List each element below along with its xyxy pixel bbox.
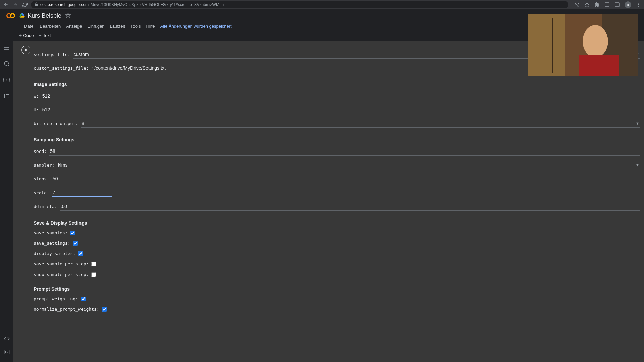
h-input[interactable] (42, 106, 640, 114)
ddim-eta-input[interactable] (60, 202, 640, 211)
toc-icon[interactable] (3, 44, 10, 51)
back-button[interactable] (3, 1, 9, 8)
save-sample-per-step-label: save_sample_per_step: (34, 261, 89, 266)
url-host: colab.research.google.com (40, 2, 89, 7)
bit-depth-label: bit_depth_output: (34, 121, 78, 126)
search-icon[interactable] (3, 60, 10, 67)
show-sample-per-step-label: show_sample_per_step: (34, 272, 89, 277)
seed-input[interactable] (49, 147, 640, 156)
h-label: H: (34, 107, 39, 112)
svg-point-11 (4, 61, 8, 65)
svg-line-12 (8, 65, 9, 66)
w-input[interactable] (42, 92, 640, 100)
sampler-label: sampler: (34, 163, 55, 168)
scale-input[interactable] (52, 188, 112, 197)
prompt-settings-header: Prompt Settings (34, 286, 640, 292)
save-sample-per-step-checkbox[interactable] (91, 262, 96, 266)
extensions-icon[interactable] (594, 2, 600, 7)
kebab-icon[interactable] (636, 2, 641, 7)
notebook-content[interactable]: settings_file: custom ▼ custom_settings_… (13, 41, 644, 362)
files-icon[interactable] (3, 93, 10, 99)
sidepanel-icon[interactable] (614, 2, 620, 7)
star-icon[interactable] (65, 13, 71, 19)
drive-icon (19, 13, 25, 19)
save-samples-label: save_samples: (34, 230, 68, 235)
profile-avatar[interactable]: a (625, 1, 631, 8)
menu-laufzeit[interactable]: Laufzeit (110, 24, 125, 29)
menu-bearbeiten[interactable]: Bearbeiten (40, 24, 61, 29)
svg-rect-1 (615, 3, 619, 7)
sampling-settings-header: Sampling Settings (34, 137, 640, 142)
save-samples-checkbox[interactable] (70, 231, 75, 235)
menu-datei[interactable]: Datei (24, 24, 34, 29)
svg-rect-19 (579, 55, 619, 76)
bit-depth-select[interactable]: 8 ▼ (81, 119, 640, 128)
normalize-prompt-weights-checkbox[interactable] (102, 307, 107, 312)
svg-point-4 (638, 4, 639, 5)
svg-point-3 (638, 3, 639, 4)
svg-rect-20 (552, 18, 553, 73)
steps-input[interactable] (52, 175, 640, 183)
custom-settings-file-label: custom_settings_file: (34, 66, 89, 71)
display-samples-label: display_samples: (34, 251, 75, 256)
run-cell-button[interactable] (21, 46, 30, 54)
svg-point-18 (583, 25, 608, 57)
document-title[interactable]: Kurs Beispiel (28, 12, 63, 19)
prompt-weighting-checkbox[interactable] (81, 297, 86, 301)
colab-logo (5, 10, 16, 21)
add-code-button[interactable]: +Code (19, 33, 34, 39)
translate-icon[interactable] (574, 2, 580, 7)
left-sidebar: {x} (0, 41, 13, 362)
svg-rect-16 (528, 14, 565, 76)
settings-file-label: settings_file: (34, 52, 70, 57)
ext-icon[interactable] (604, 2, 610, 7)
prompt-weighting-label: prompt_weighting: (34, 296, 78, 301)
url-path: /drive/13G9KHyMvOuJ3pzp-VRd5GObE8rxqA1#s… (91, 2, 224, 7)
code-snippets-icon[interactable] (3, 335, 10, 342)
save-settings-label: save_settings: (34, 241, 70, 246)
variables-icon[interactable]: {x} (3, 76, 10, 83)
browser-toolbar: colab.research.google.com/drive/13G9KHyM… (0, 0, 644, 9)
scale-label: scale: (34, 190, 49, 195)
chevron-down-icon: ▼ (636, 163, 639, 167)
save-status[interactable]: Alle Änderungen wurden gespeichert (160, 24, 231, 29)
chevron-down-icon: ▼ (636, 121, 639, 125)
reload-button[interactable] (21, 1, 28, 8)
forward-button[interactable] (12, 1, 19, 8)
webcam-video (528, 14, 637, 75)
image-settings-header: Image Settings (34, 82, 640, 87)
seed-label: seed: (34, 149, 47, 154)
w-label: W: (34, 94, 39, 99)
steps-label: steps: (34, 176, 49, 181)
menu-hilfe[interactable]: Hilfe (146, 24, 155, 29)
bookmark-icon[interactable] (584, 2, 590, 7)
menu-einfugen[interactable]: Einfügen (87, 24, 104, 29)
save-display-header: Save & Display Settings (34, 220, 640, 226)
svg-rect-0 (605, 3, 609, 7)
lock-icon (34, 2, 38, 7)
display-samples-checkbox[interactable] (78, 251, 83, 256)
svg-rect-13 (4, 350, 9, 354)
address-bar[interactable]: colab.research.google.com/drive/13G9KHyM… (31, 1, 568, 8)
sampler-select[interactable]: klms ▼ (57, 161, 640, 169)
menu-anzeige[interactable]: Anzeige (66, 24, 82, 29)
menu-tools[interactable]: Tools (130, 24, 141, 29)
svg-point-5 (638, 6, 639, 7)
terminal-icon[interactable] (3, 349, 10, 355)
save-settings-checkbox[interactable] (73, 241, 78, 246)
ddim-eta-label: ddim_eta: (34, 204, 57, 209)
show-sample-per-step-checkbox[interactable] (91, 272, 96, 277)
form-cell: settings_file: custom ▼ custom_settings_… (21, 44, 640, 318)
add-text-button[interactable]: +Text (38, 33, 51, 39)
normalize-prompt-weights-label: normalize_prompt_weights: (34, 307, 99, 312)
extension-icons: a (574, 1, 641, 8)
webcam-overlay (528, 14, 637, 76)
quote-mark: " (91, 66, 93, 71)
